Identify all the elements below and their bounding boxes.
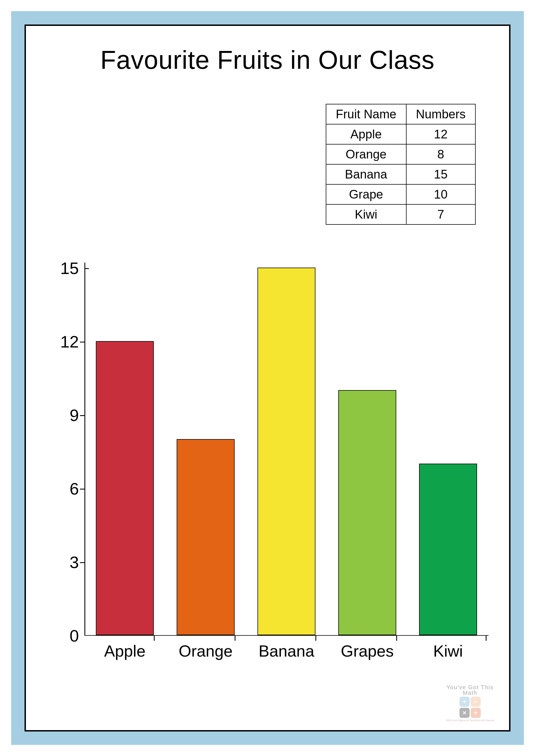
page: Favourite Fruits in Our Class Fruit Name…: [0, 0, 535, 756]
x-axis-label: Kiwi: [433, 641, 463, 660]
x-axis-label: Banana: [259, 641, 314, 660]
table-header-cell: Fruit Name: [326, 104, 406, 124]
table-cell: Kiwi: [326, 204, 406, 225]
bar-chart: 03691215AppleOrangeBananaGrapesKiwi: [54, 268, 489, 666]
table-cell: 15: [406, 164, 476, 184]
bar: [419, 464, 477, 635]
divide-icon: ÷: [471, 708, 481, 718]
x-axis-tick: [154, 636, 155, 641]
x-axis-label: Orange: [179, 641, 232, 660]
table-cell: Orange: [326, 144, 406, 164]
x-axis-label: Apple: [104, 641, 146, 660]
y-axis-tick: [80, 415, 84, 416]
table-cell: 8: [406, 144, 476, 164]
table-row: Kiwi7: [326, 204, 475, 225]
y-axis-label: 0: [48, 626, 79, 645]
table-cell: Apple: [326, 124, 406, 144]
y-axis-label: 15: [48, 259, 79, 278]
x-axis-tick: [396, 636, 397, 641]
minus-icon: −: [471, 697, 481, 707]
chart-title: Favourite Fruits in Our Class: [26, 45, 509, 75]
x-axis-tick: [315, 636, 316, 641]
y-axis-label: 12: [48, 332, 79, 351]
table-body: Apple12Orange8Banana15Grape10Kiwi7: [326, 124, 475, 225]
logo-icon: + − × ÷: [442, 697, 498, 718]
plus-icon: +: [460, 697, 469, 707]
table-row: Orange8: [326, 144, 475, 164]
data-table: Fruit Name Numbers Apple12Orange8Banana1…: [326, 104, 476, 225]
plot-area: 03691215AppleOrangeBananaGrapesKiwi: [84, 268, 489, 636]
table-cell: Grape: [326, 184, 406, 204]
table-cell: 7: [406, 204, 476, 225]
content-area: Favourite Fruits in Our Class Fruit Name…: [26, 26, 509, 730]
y-axis-label: 9: [48, 406, 79, 425]
table-cell: 12: [406, 124, 476, 144]
bar: [177, 439, 235, 635]
table-header-row: Fruit Name Numbers: [326, 104, 475, 124]
y-axis-tick: [80, 562, 84, 563]
logo-text: You've Got This Math: [442, 685, 498, 695]
table-header-cell: Numbers: [406, 104, 476, 124]
table-row: Banana15: [326, 164, 475, 184]
inner-frame: Favourite Fruits in Our Class Fruit Name…: [24, 24, 511, 732]
y-axis-label: 3: [48, 553, 79, 572]
bar: [258, 268, 316, 635]
logo-subtext: PDFs and Videos for Teachers and Parents: [442, 719, 498, 722]
bar: [96, 341, 154, 635]
x-axis-tick: [235, 636, 236, 641]
times-icon: ×: [460, 708, 469, 718]
y-axis-label: 6: [48, 479, 79, 499]
table-row: Apple12: [326, 124, 475, 144]
table-cell: Banana: [326, 164, 406, 184]
y-axis-tick: [80, 489, 84, 490]
outer-frame: Favourite Fruits in Our Class Fruit Name…: [11, 11, 524, 745]
bar: [338, 390, 397, 635]
table-cell: 10: [406, 184, 476, 204]
y-axis-tick: [80, 342, 84, 342]
x-axis-label: Grapes: [341, 641, 394, 660]
brand-logo: You've Got This Math + − × ÷ PDFs and Vi…: [442, 685, 498, 722]
y-axis-tick: [84, 268, 89, 269]
table-row: Grape10: [326, 184, 475, 204]
bars-container: [84, 268, 489, 636]
x-axis-tick: [486, 636, 487, 641]
